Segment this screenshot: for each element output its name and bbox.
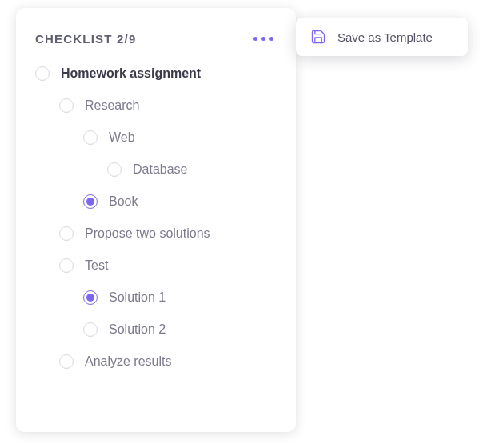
checklist-item-label: Research <box>85 98 139 113</box>
checklist-radio[interactable] <box>59 98 74 113</box>
checklist-item-label: Database <box>133 162 188 177</box>
checklist-card: CHECKLIST 2/9 Homework assignmentResearc… <box>16 8 296 432</box>
save-icon <box>310 29 326 45</box>
checklist-item-label: Book <box>109 194 138 209</box>
dots-icon <box>269 37 273 41</box>
dots-icon <box>253 37 257 41</box>
checklist-items: Homework assignmentResearchWebDatabaseBo… <box>35 66 277 369</box>
checklist-item-label: Web <box>109 130 135 145</box>
checklist-title: CHECKLIST 2/9 <box>35 32 136 46</box>
checklist-radio[interactable] <box>59 226 74 241</box>
checklist-item[interactable]: Research <box>35 98 277 113</box>
checklist-item-label: Homework assignment <box>61 66 201 81</box>
checklist-item[interactable]: Solution 2 <box>35 322 277 337</box>
checklist-item-label: Analyze results <box>85 354 172 369</box>
checklist-radio[interactable] <box>59 354 74 369</box>
checklist-item[interactable]: Database <box>35 162 277 177</box>
checklist-item-label: Propose two solutions <box>85 226 210 241</box>
checklist-item[interactable]: Analyze results <box>35 354 277 369</box>
checklist-item[interactable]: Homework assignment <box>35 66 277 81</box>
checklist-radio[interactable] <box>35 66 50 81</box>
checklist-radio[interactable] <box>59 258 74 273</box>
save-template-menu-item[interactable]: Save as Template <box>296 18 468 56</box>
checklist-item[interactable]: Solution 1 <box>35 290 277 305</box>
checklist-radio[interactable] <box>107 162 122 177</box>
more-options-button[interactable] <box>250 34 277 44</box>
checklist-item-label: Test <box>85 258 108 273</box>
checklist-radio[interactable] <box>83 130 98 145</box>
checklist-item-label: Solution 2 <box>109 322 166 337</box>
checklist-item[interactable]: Propose two solutions <box>35 226 277 241</box>
checklist-item[interactable]: Book <box>35 194 277 209</box>
checklist-item[interactable]: Test <box>35 258 277 273</box>
save-template-label: Save as Template <box>337 30 433 44</box>
dots-icon <box>261 37 265 41</box>
checklist-item-label: Solution 1 <box>109 290 166 305</box>
checklist-radio[interactable] <box>83 322 98 337</box>
checklist-radio[interactable] <box>83 194 98 209</box>
checklist-header: CHECKLIST 2/9 <box>35 32 277 46</box>
checklist-item[interactable]: Web <box>35 130 277 145</box>
checklist-radio[interactable] <box>83 290 98 305</box>
